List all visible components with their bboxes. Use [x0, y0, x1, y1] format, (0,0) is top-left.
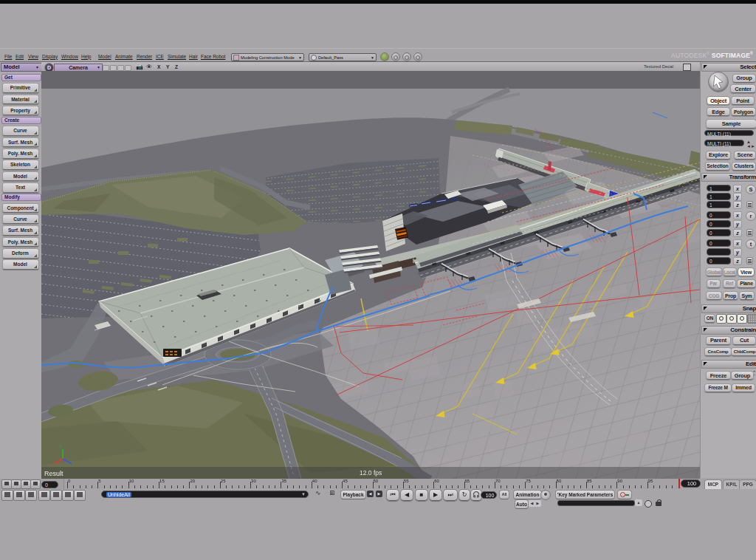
svg-text:Y: Y — [59, 445, 62, 449]
svg-text:12.0 fps: 12.0 fps — [360, 469, 382, 477]
svg-text:Result: Result — [44, 470, 63, 477]
